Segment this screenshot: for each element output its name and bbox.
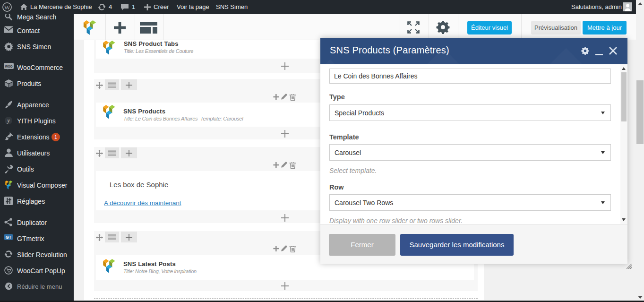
svg-text:y: y: [6, 118, 10, 124]
svg-text:GT: GT: [6, 235, 12, 240]
svg-text:WOO: WOO: [5, 65, 12, 68]
svg-text:W: W: [4, 4, 10, 11]
